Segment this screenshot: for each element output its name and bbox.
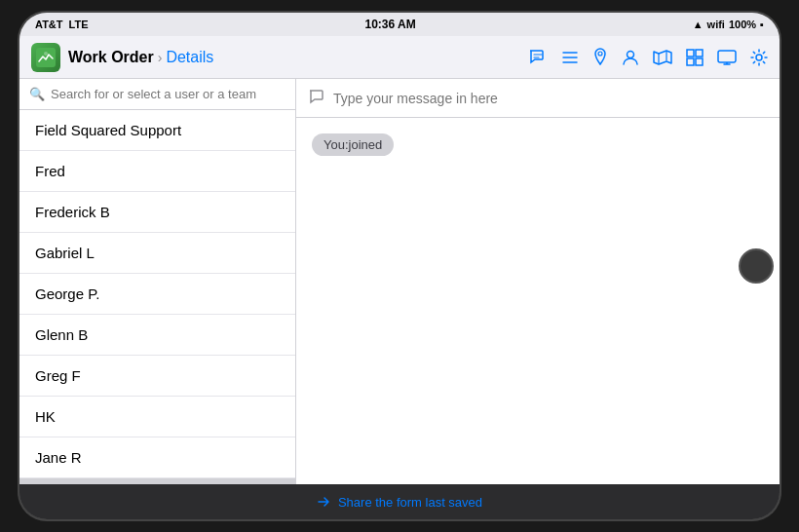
share-form-link[interactable]: Share the form last saved (317, 495, 482, 510)
settings-nav-icon[interactable] (750, 49, 768, 66)
message-bar (296, 79, 780, 118)
signal-icon: ▲ (693, 19, 704, 30)
time-label: 10:36 AM (364, 18, 415, 31)
contact-item[interactable]: George P. (19, 274, 295, 315)
battery-label: 100% (729, 19, 756, 30)
wifi-icon: wifi (707, 19, 725, 30)
left-panel: 🔍 Field Squared SupportFredFrederick BGa… (19, 79, 296, 484)
nav-title: Work Order (68, 49, 154, 66)
svg-point-6 (628, 51, 634, 57)
breadcrumb: Work Order › Details (68, 49, 520, 66)
user-nav-icon[interactable] (622, 49, 639, 66)
svg-rect-13 (718, 51, 736, 62)
list-nav-icon[interactable] (561, 50, 579, 65)
svg-rect-10 (696, 50, 703, 57)
svg-rect-11 (687, 58, 694, 65)
map-nav-icon[interactable] (653, 50, 672, 65)
chat-area: You:joined (296, 118, 780, 484)
svg-point-5 (598, 52, 602, 56)
carrier-label: AT&T (35, 19, 63, 30)
battery-icon: ▪ (760, 19, 764, 30)
home-button[interactable] (739, 248, 774, 284)
search-icon: 🔍 (29, 87, 45, 101)
message-compose-icon (308, 89, 325, 108)
search-bar: 🔍 (19, 79, 295, 110)
svg-rect-12 (696, 58, 703, 65)
status-right: ▲ wifi 100% ▪ (693, 19, 764, 30)
grid-nav-icon[interactable] (686, 49, 704, 66)
right-panel: You:joined (296, 79, 780, 484)
contact-item[interactable]: Field Squared Support (19, 110, 295, 151)
contact-list: Field Squared SupportFredFrederick BGabr… (19, 110, 295, 484)
contact-item[interactable]: Jane R (19, 437, 295, 478)
nav-subtitle[interactable]: Details (166, 49, 213, 66)
contact-item[interactable]: Greg F (19, 356, 295, 397)
share-form-label: Share the form last saved (338, 495, 482, 510)
breadcrumb-separator: › (158, 50, 163, 65)
main-content: 🔍 Field Squared SupportFredFrederick BGa… (19, 79, 780, 484)
contact-item[interactable]: Fred (19, 151, 295, 192)
network-type-label: LTE (69, 19, 89, 30)
contact-item[interactable]: Glenn B (19, 315, 295, 356)
chat-nav-icon[interactable] (528, 49, 548, 66)
contact-item[interactable]: Frederick B (19, 192, 295, 233)
app-icon (31, 43, 60, 72)
contact-item[interactable]: Gabriel L (19, 233, 295, 274)
status-bar: AT&T LTE 10:36 AM ▲ wifi 100% ▪ (19, 13, 780, 36)
contact-item[interactable]: HK (19, 397, 295, 437)
nav-bar: Work Order › Details (19, 36, 780, 79)
status-left: AT&T LTE (35, 19, 88, 30)
location-nav-icon[interactable] (592, 48, 608, 67)
monitor-nav-icon[interactable] (717, 50, 737, 65)
joined-badge: You:joined (312, 133, 394, 156)
search-input[interactable] (51, 87, 285, 101)
svg-point-1 (44, 52, 48, 56)
svg-rect-9 (687, 50, 694, 57)
nav-icons (528, 48, 768, 67)
message-input[interactable] (333, 91, 768, 106)
tablet-frame: AT&T LTE 10:36 AM ▲ wifi 100% ▪ Work Ord… (19, 13, 780, 519)
svg-point-16 (756, 55, 762, 60)
bottom-bar: Share the form last saved (19, 484, 780, 519)
